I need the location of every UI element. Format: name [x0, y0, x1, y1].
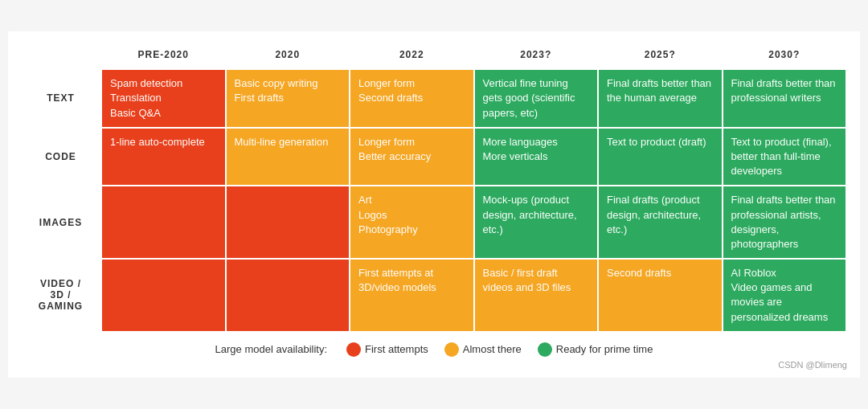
table-row: IMAGESArt Logos PhotographyMock-ups (pro…	[21, 186, 846, 259]
table-row: VIDEO / 3D / GAMINGFirst attempts at 3D/…	[21, 259, 846, 332]
row-label-1: CODE	[21, 128, 101, 186]
cell-r1-c5: Text to product (final), better than ful…	[723, 128, 847, 186]
cell-r2-c5: Final drafts better than professional ar…	[723, 186, 847, 259]
cell-r0-c5: Final drafts better than professional wr…	[723, 69, 847, 128]
main-container: PRE-2020 2020 2022 2023? 2025? 2030? TEX…	[8, 31, 860, 378]
header-2020: 2020	[226, 44, 350, 69]
cell-r1-c2: Longer form Better accuracy	[350, 128, 474, 186]
legend-prefix: Large model availability:	[215, 343, 327, 355]
cell-r0-c2: Longer form Second drafts	[350, 69, 474, 128]
legend-item-first: First attempts	[346, 342, 428, 357]
legend-dot-red	[346, 342, 361, 357]
cell-r3-c1	[226, 259, 350, 332]
cell-r2-c2: Art Logos Photography	[350, 186, 474, 259]
row-label-3: VIDEO / 3D / GAMING	[21, 259, 101, 332]
legend-label-first: First attempts	[365, 343, 428, 355]
row-label-2: IMAGES	[21, 186, 101, 259]
cell-r3-c4: Second drafts	[598, 259, 723, 332]
cell-r0-c1: Basic copy writing First drafts	[226, 69, 350, 128]
header-label-col	[21, 44, 101, 69]
table-row: CODE1-line auto-completeMulti-line gener…	[21, 128, 846, 186]
cell-r3-c2: First attempts at 3D/video models	[350, 259, 474, 332]
cell-r3-c3: Basic / first draft videos and 3D files	[474, 259, 599, 332]
cell-r0-c0: Spam detection Translation Basic Q&A	[101, 69, 226, 128]
legend-label-ready: Ready for prime time	[556, 343, 653, 355]
header-2022: 2022	[350, 44, 474, 69]
cell-r3-c0	[101, 259, 226, 332]
header-2030: 2030?	[723, 44, 847, 69]
table-row: TEXTSpam detection Translation Basic Q&A…	[21, 69, 846, 128]
cell-r1-c0: 1-line auto-complete	[101, 128, 226, 186]
cell-r1-c1: Multi-line generation	[226, 128, 350, 186]
header-2025: 2025?	[598, 44, 723, 69]
legend: Large model availability: First attempts…	[21, 342, 847, 357]
cell-r2-c3: Mock-ups (product design, architecture, …	[474, 186, 599, 259]
row-label-0: TEXT	[21, 69, 101, 128]
legend-item-ready: Ready for prime time	[538, 342, 653, 357]
header-2023: 2023?	[474, 44, 599, 69]
cell-r0-c3: Vertical fine tuning gets good (scientif…	[474, 69, 599, 128]
cell-r2-c0	[101, 186, 226, 259]
cell-r1-c4: Text to product (draft)	[598, 128, 723, 186]
header-pre2020: PRE-2020	[101, 44, 226, 69]
legend-dot-green	[538, 342, 552, 357]
legend-item-almost: Almost there	[444, 342, 522, 357]
legend-dot-orange	[444, 342, 459, 357]
legend-label-almost: Almost there	[463, 343, 522, 355]
cell-r2-c4: Final drafts (product design, architectu…	[598, 186, 723, 259]
cell-r3-c5: AI Roblox Video games and movies are per…	[723, 259, 847, 332]
capability-table: PRE-2020 2020 2022 2023? 2025? 2030? TEX…	[21, 44, 847, 333]
attribution: CSDN @Dlimeng	[21, 360, 847, 370]
cell-r0-c4: Final drafts better than the human avera…	[598, 69, 723, 128]
cell-r2-c1	[226, 186, 350, 259]
cell-r1-c3: More languages More verticals	[474, 128, 599, 186]
